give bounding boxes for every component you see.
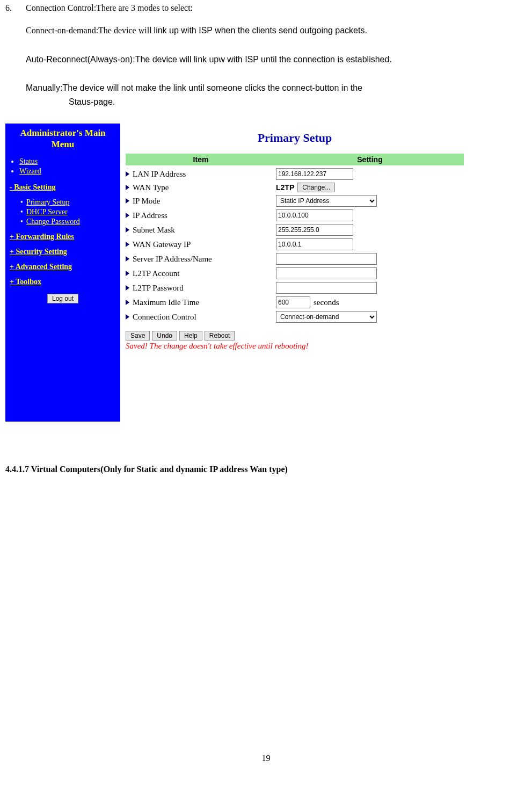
subnet-mask-input[interactable]: [276, 224, 353, 236]
wan-type-value: L2TP: [276, 183, 294, 192]
wan-type-label: WAN Type: [133, 183, 169, 192]
l2tp-password-label: L2TP Password: [133, 284, 184, 293]
ip-mode-label: IP Mode: [133, 197, 161, 206]
wan-gateway-label: WAN Gateway IP: [133, 240, 191, 249]
manually-desc: Manually:The device will not make the li…: [26, 81, 527, 108]
table-header-row: Item Setting: [126, 154, 464, 165]
connection-control-label: Connection Control: [133, 313, 196, 322]
reboot-button[interactable]: Reboot: [205, 331, 235, 340]
list-number: 6.: [5, 3, 26, 13]
server-ip-input[interactable]: [276, 253, 377, 265]
section-heading: 4.4.1.7 Virtual Computers(Only for Stati…: [5, 465, 532, 474]
doc-text-block: 6. Connection Control:There are 3 modes …: [0, 0, 532, 108]
list-title: Connection Control:There are 3 modes to …: [26, 3, 527, 13]
max-idle-label: Maximum Idle Time: [133, 298, 199, 307]
undo-button[interactable]: Undo: [152, 331, 177, 340]
subnet-mask-label: Subnet Mask: [133, 226, 175, 235]
auto-reconnect-desc: Auto-Reconnect(Always-on):The device wil…: [26, 53, 527, 67]
sidebar: Administrator's Main Menu Status Wizard …: [5, 124, 120, 422]
sidebar-dhcp-server-link[interactable]: DHCP Server: [26, 208, 68, 216]
router-admin-screenshot: Administrator's Main Menu Status Wizard …: [5, 124, 467, 422]
l2tp-account-input[interactable]: [276, 267, 377, 279]
wan-gateway-input[interactable]: [276, 238, 353, 250]
lan-ip-input[interactable]: [276, 168, 353, 180]
lan-ip-label: LAN IP Address: [133, 170, 186, 179]
triangle-icon: [126, 256, 129, 262]
sidebar-forwarding-rules-link[interactable]: + Forwarding Rules: [10, 233, 74, 241]
max-idle-input[interactable]: [276, 296, 310, 308]
ip-mode-select[interactable]: Static IP Address: [276, 195, 377, 207]
triangle-icon: [126, 198, 129, 204]
sidebar-title: Administrator's Main Menu: [10, 128, 116, 150]
l2tp-account-label: L2TP Account: [133, 269, 179, 278]
triangle-icon: [126, 300, 129, 305]
connect-on-demand-desc: Connect-on-demand:The device will link u…: [26, 24, 527, 38]
sidebar-advanced-setting-link[interactable]: + Advanced Setting: [10, 263, 72, 271]
help-button[interactable]: Help: [179, 331, 202, 340]
saved-message: Saved! The change doesn't take effective…: [126, 342, 464, 351]
button-bar: Save Undo Help Reboot: [126, 330, 464, 340]
triangle-icon: [126, 227, 129, 233]
sidebar-basic-setting-link[interactable]: - Basic Setting: [10, 183, 56, 191]
triangle-icon: [126, 314, 129, 320]
sidebar-toolbox-link[interactable]: + Toolbox: [10, 278, 41, 286]
logout-button[interactable]: Log out: [47, 294, 78, 303]
header-setting: Setting: [276, 154, 464, 165]
wan-type-change-button[interactable]: Change...: [297, 183, 335, 192]
server-ip-label: Server IP Address/Name: [133, 255, 212, 264]
page-title: Primary Setup: [126, 131, 464, 145]
sidebar-change-password-link[interactable]: Change Password: [26, 218, 80, 226]
sidebar-primary-setup-link[interactable]: Primary Setup: [26, 198, 70, 206]
connection-control-select[interactable]: Connect-on-demand: [276, 311, 377, 323]
triangle-icon: [126, 185, 129, 190]
sidebar-status-link[interactable]: Status: [19, 157, 38, 165]
triangle-icon: [126, 242, 129, 247]
triangle-icon: [126, 271, 129, 276]
ip-address-input[interactable]: [276, 209, 353, 221]
main-content: Primary Setup Item Setting LAN IP Addres…: [120, 124, 467, 422]
triangle-icon: [126, 213, 129, 218]
idle-unit-label: seconds: [314, 298, 339, 307]
sidebar-security-setting-link[interactable]: + Security Setting: [10, 248, 67, 256]
save-button[interactable]: Save: [126, 331, 150, 340]
triangle-icon: [126, 171, 129, 177]
ip-address-label: IP Address: [133, 211, 167, 220]
sidebar-wizard-link[interactable]: Wizard: [19, 167, 41, 175]
triangle-icon: [126, 285, 129, 291]
header-item: Item: [126, 154, 276, 165]
page-number: 19: [0, 753, 532, 763]
l2tp-password-input[interactable]: [276, 282, 377, 294]
